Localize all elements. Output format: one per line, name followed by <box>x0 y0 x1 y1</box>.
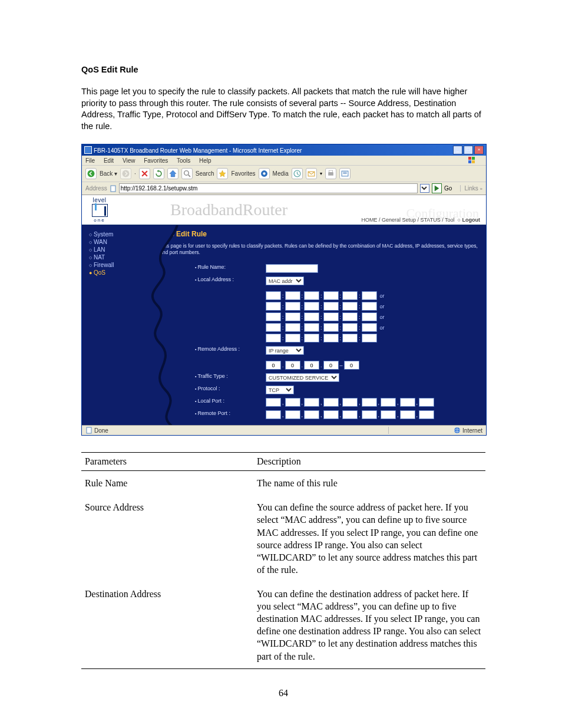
port-input[interactable] <box>342 410 358 419</box>
mac-octet-input[interactable] <box>342 323 358 332</box>
mac-octet-input[interactable] <box>304 334 319 342</box>
nav-general-setup[interactable]: General Setup <box>382 217 416 223</box>
rule-name-input[interactable] <box>266 264 318 273</box>
mac-octet-input[interactable] <box>285 334 300 342</box>
port-input[interactable] <box>304 410 319 419</box>
mac-octet-input[interactable] <box>304 302 319 311</box>
maximize-button[interactable]: □ <box>464 146 473 154</box>
mac-octet-input[interactable] <box>342 312 358 321</box>
search-icon[interactable] <box>181 168 193 179</box>
menu-tools[interactable]: Tools <box>177 157 190 164</box>
ip-octet-input[interactable] <box>344 361 359 370</box>
mac-octet-input[interactable] <box>323 312 339 321</box>
mac-octet-input[interactable] <box>304 291 319 300</box>
port-input[interactable] <box>266 398 281 407</box>
ip-octet-input[interactable] <box>266 361 281 370</box>
address-input[interactable] <box>119 183 418 193</box>
menu-help[interactable]: Help <box>199 157 211 164</box>
search-label[interactable]: Search <box>196 170 214 177</box>
menu-file[interactable]: File <box>85 157 95 164</box>
refresh-icon[interactable] <box>153 168 164 179</box>
links-label[interactable]: Links » <box>460 185 482 192</box>
colon-sep: : <box>359 314 361 320</box>
stop-icon[interactable] <box>139 168 150 179</box>
port-input[interactable] <box>266 410 281 419</box>
port-input[interactable] <box>400 398 415 407</box>
port-input[interactable] <box>323 398 339 407</box>
back-button-icon[interactable] <box>85 168 97 179</box>
port-input[interactable] <box>419 398 434 407</box>
mac-octet-input[interactable] <box>342 334 358 342</box>
edit-icon[interactable] <box>339 168 351 179</box>
nav-status[interactable]: STATUS <box>421 217 441 223</box>
forward-button-icon[interactable] <box>120 168 131 179</box>
history-icon[interactable] <box>292 168 303 179</box>
mac-octet-input[interactable] <box>323 291 339 300</box>
mac-octet-input[interactable] <box>323 323 339 332</box>
ip-octet-input[interactable] <box>285 361 300 370</box>
mac-octet-input[interactable] <box>285 323 300 332</box>
mac-octet-input[interactable] <box>285 312 300 321</box>
mac-octet-input[interactable] <box>362 323 377 332</box>
go-button[interactable] <box>432 183 442 193</box>
mac-octet-input[interactable] <box>342 291 358 300</box>
media-icon[interactable] <box>259 168 270 179</box>
mac-octet-input[interactable] <box>266 291 281 300</box>
mac-octet-input[interactable] <box>285 291 300 300</box>
address-dropdown[interactable] <box>420 184 429 193</box>
home-icon[interactable] <box>167 168 178 179</box>
mac-octet-input[interactable] <box>266 302 281 311</box>
port-input[interactable] <box>342 398 358 407</box>
ip-octet-input[interactable] <box>323 361 339 370</box>
mac-octet-input[interactable] <box>266 334 281 342</box>
mac-octet-input[interactable] <box>362 291 377 300</box>
or-label: or <box>380 304 385 309</box>
media-label[interactable]: Media <box>273 170 289 177</box>
close-button[interactable]: × <box>474 146 484 154</box>
protocol-select[interactable]: TCP <box>266 386 294 394</box>
colon-sep: : <box>302 314 303 320</box>
mac-octet-input[interactable] <box>304 323 319 332</box>
mac-octet-input[interactable] <box>304 312 319 321</box>
mac-octet-input[interactable] <box>266 312 281 321</box>
mac-octet-input[interactable] <box>266 323 281 332</box>
mac-octet-input[interactable] <box>362 334 377 342</box>
mail-icon[interactable] <box>306 168 317 179</box>
port-input[interactable] <box>419 410 434 419</box>
port-input[interactable] <box>323 410 339 419</box>
mac-octet-input[interactable] <box>323 334 339 342</box>
print-icon[interactable] <box>325 168 336 179</box>
done-icon <box>85 427 92 434</box>
traffic-type-select[interactable]: CUSTOMIZED SERVICE <box>266 373 339 382</box>
colon-sep: : <box>340 335 342 341</box>
mac-octet-input[interactable] <box>285 302 300 311</box>
nav-logout[interactable]: Logout <box>462 217 481 223</box>
port-input[interactable] <box>381 410 396 419</box>
nav-tool[interactable]: Tool <box>445 217 455 223</box>
port-input[interactable] <box>400 410 415 419</box>
page-viewport: level one BroadbandRouter Configuration … <box>82 195 486 425</box>
minimize-button[interactable]: _ <box>453 146 462 154</box>
port-input[interactable] <box>285 398 300 407</box>
mac-octet-input[interactable] <box>323 302 339 311</box>
mac-octet-input[interactable] <box>342 302 358 311</box>
port-input[interactable] <box>362 398 377 407</box>
ip-octet-input[interactable] <box>304 361 319 370</box>
remote-address-select[interactable]: IP range <box>266 346 304 355</box>
comma-sep: , <box>302 412 303 418</box>
port-input[interactable] <box>304 398 319 407</box>
menu-favorites[interactable]: Favorites <box>144 157 168 164</box>
mac-octet-input[interactable] <box>362 302 377 311</box>
port-input[interactable] <box>285 410 300 419</box>
favorites-icon[interactable] <box>217 168 228 179</box>
nav-home[interactable]: HOME <box>361 217 377 223</box>
comma-sep: , <box>282 400 284 406</box>
menu-edit[interactable]: Edit <box>104 157 114 164</box>
menu-view[interactable]: View <box>123 157 135 164</box>
back-button-label[interactable]: Back ▾ <box>100 170 117 177</box>
mac-octet-input[interactable] <box>362 312 377 321</box>
port-input[interactable] <box>362 410 377 419</box>
favorites-label[interactable]: Favorites <box>231 170 255 177</box>
local-address-select[interactable]: MAC addr <box>266 276 304 285</box>
port-input[interactable] <box>381 398 396 407</box>
